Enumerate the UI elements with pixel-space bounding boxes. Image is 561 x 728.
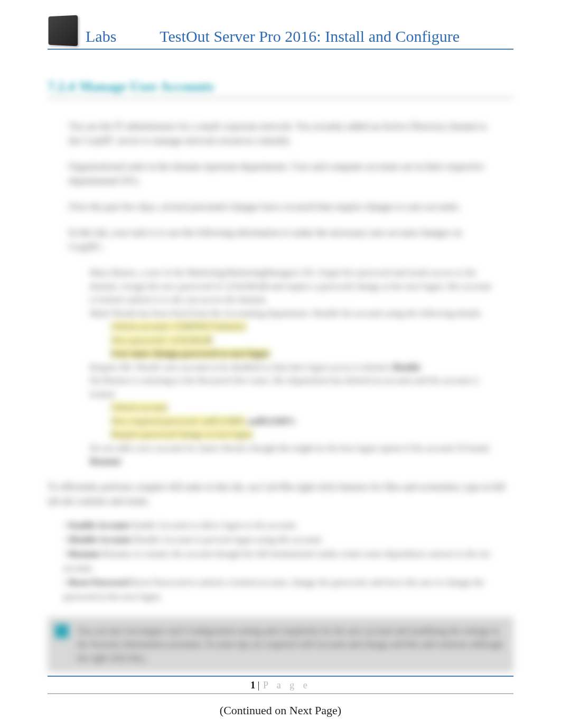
list-item: • Rename Rename to rename the account th… [63,547,513,575]
list-item: Require Mr. Woods' user account to be di… [90,361,492,374]
continued-label: (Continued on Next Page) [48,704,513,717]
page-body: 7.2.4 Manage User Accounts You are the I… [48,76,513,717]
list-item: Unlock account New required password: as… [111,401,492,441]
paragraph: Over the past few days, several personne… [69,200,492,214]
list-item: • Reset Password Reset Password to unloc… [63,575,513,604]
page-title: TestOut Server Pro 2016: Install and Con… [160,27,460,45]
page-number: 1 [250,680,255,690]
page-separator: | [258,680,262,690]
list-item: • Disable Account Disable Account to pre… [63,532,513,547]
section-number: 7.2.4 [48,79,75,95]
list-item: Mark Woods has been fired from the Accou… [90,307,492,320]
logo-icon [49,15,78,47]
note-box: You can also investigate each Configurat… [48,617,513,672]
section-title: Manage User Accounts [79,79,214,95]
paragraph: Organizational units in the domain repre… [69,160,492,188]
document-page: Labs TestOut Server Pro 2016: Install an… [0,0,561,728]
page-footer: 1 | P a g e [48,676,513,691]
page-header: Labs TestOut Server Pro 2016: Install an… [48,16,513,50]
list-item: Do not add a new account for Janice Beck… [90,441,492,468]
list-item: • Enable Account Enable Account to allow… [63,518,513,532]
separator [48,693,513,694]
labs-label: Labs [86,27,116,45]
paragraph: To efficiently perform complex bill task… [48,480,513,509]
list-item: Mary Barnes, a user in the Marketing\Mar… [90,266,492,307]
page-label: P a g e [263,680,311,690]
paragraph: You are the IT administrator for a small… [69,119,492,148]
paragraph: In this lab, your task is to use the fol… [69,226,492,254]
instruction-list: Mary Barnes, a user in the Marketing\Mar… [90,266,492,468]
bullet-list: • Enable Account Enable Account to allow… [63,518,513,604]
list-item: Pat Benton is returning to the Research-… [90,374,492,401]
section-heading: 7.2.4 Manage User Accounts [48,76,513,98]
list-item: Unlock account: CORPNET\mbarnes New pass… [111,320,492,361]
